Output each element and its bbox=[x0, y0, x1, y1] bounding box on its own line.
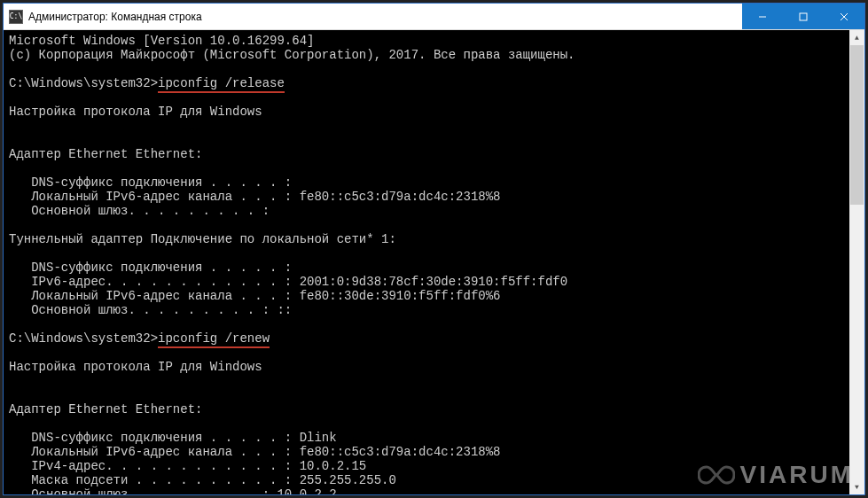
scroll-up-arrow[interactable]: ▲ bbox=[849, 30, 864, 45]
terminal-line bbox=[9, 90, 859, 105]
terminal-line bbox=[9, 388, 859, 402]
terminal-line: C:\Windows\system32>ipconfig /release bbox=[9, 76, 859, 90]
terminal-line bbox=[9, 317, 859, 331]
minimize-button[interactable] bbox=[742, 4, 783, 29]
window-controls bbox=[742, 4, 864, 29]
close-button[interactable] bbox=[824, 4, 864, 29]
terminal-line bbox=[9, 62, 859, 76]
terminal-line bbox=[9, 374, 859, 388]
terminal-line: Адаптер Ethernet Ethernet: bbox=[9, 147, 859, 161]
terminal-line: Локальный IPv6-адрес канала . . . : fe80… bbox=[9, 289, 859, 303]
terminal-line: Основной шлюз. . . . . . . . . : 10.0.2.… bbox=[9, 487, 859, 494]
prompt: C:\Windows\system32> bbox=[9, 331, 158, 346]
terminal-line bbox=[9, 218, 859, 232]
terminal-line: Адаптер Ethernet Ethernet: bbox=[9, 402, 859, 416]
terminal-line: Маска подсети . . . . . . . . . . : 255.… bbox=[9, 473, 859, 487]
terminal-line bbox=[9, 416, 859, 431]
svg-rect-1 bbox=[800, 13, 807, 20]
terminal-line bbox=[9, 119, 859, 133]
terminal-line: IPv6-адрес. . . . . . . . . . . . : 2001… bbox=[9, 275, 859, 289]
terminal-output[interactable]: Microsoft Windows [Version 10.0.16299.64… bbox=[4, 30, 864, 494]
prompt: C:\Windows\system32> bbox=[9, 76, 158, 90]
terminal-line: DNS-суффикс подключения . . . . . : Dlin… bbox=[9, 431, 859, 445]
terminal-line: Основной шлюз. . . . . . . . . : :: bbox=[9, 303, 859, 317]
terminal-line bbox=[9, 246, 859, 261]
terminal-line bbox=[9, 133, 859, 147]
window-title: Администратор: Командная строка bbox=[28, 11, 742, 23]
terminal-line: Туннельный адаптер Подключение по локаль… bbox=[9, 232, 859, 246]
terminal-line: IPv4-адрес. . . . . . . . . . . . : 10.0… bbox=[9, 459, 859, 473]
app-icon: C:\ bbox=[9, 10, 23, 24]
terminal-line: (c) Корпорация Майкрософт (Microsoft Cor… bbox=[9, 48, 859, 62]
terminal-line: Локальный IPv6-адрес канала . . . : fe80… bbox=[9, 190, 859, 204]
terminal-line: Основной шлюз. . . . . . . . . : bbox=[9, 204, 859, 218]
scroll-down-arrow[interactable]: ▼ bbox=[849, 479, 864, 494]
command: ipconfig /renew bbox=[158, 331, 270, 348]
titlebar[interactable]: C:\ Администратор: Командная строка bbox=[4, 4, 864, 30]
terminal-line: DNS-суффикс подключения . . . . . : bbox=[9, 261, 859, 275]
vertical-scrollbar[interactable]: ▲ ▼ bbox=[849, 30, 864, 494]
scrollbar-thumb[interactable] bbox=[850, 45, 864, 205]
terminal-line: Microsoft Windows [Version 10.0.16299.64… bbox=[9, 34, 859, 48]
maximize-button[interactable] bbox=[783, 4, 824, 29]
command-prompt-window: C:\ Администратор: Командная строка Micr… bbox=[3, 3, 865, 495]
terminal-line bbox=[9, 161, 859, 175]
terminal-line: Настройка протокола IP для Windows bbox=[9, 360, 859, 374]
terminal-line: Настройка протокола IP для Windows bbox=[9, 105, 859, 119]
terminal-line: Локальный IPv6-адрес канала . . . : fe80… bbox=[9, 445, 859, 459]
terminal-line bbox=[9, 346, 859, 360]
command: ipconfig /release bbox=[158, 76, 285, 93]
terminal-line: C:\Windows\system32>ipconfig /renew bbox=[9, 331, 859, 346]
terminal-line: DNS-суффикс подключения . . . . . : bbox=[9, 175, 859, 190]
